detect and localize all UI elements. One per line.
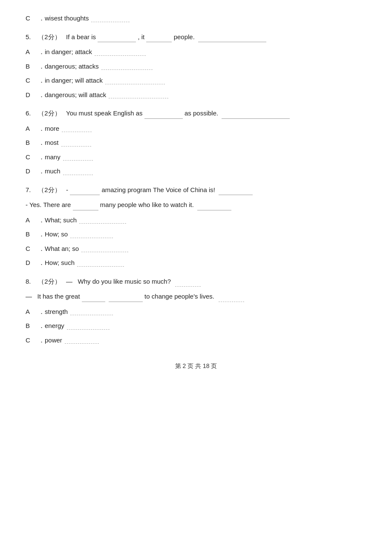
question-5-stem: 5. （2分） If a bear is , it people. bbox=[26, 32, 366, 43]
q7-option-d: D ． How; such bbox=[26, 257, 366, 268]
q7-dot-a: ． bbox=[38, 215, 45, 226]
q5-opt-b-label: B bbox=[26, 61, 38, 72]
q5-option-a: A ． in danger; attack bbox=[26, 46, 366, 58]
option-answer-box-wisest bbox=[91, 14, 130, 22]
q5-blank2[interactable] bbox=[146, 35, 172, 42]
q8-dash2: — bbox=[26, 293, 32, 300]
q7-blank2[interactable] bbox=[73, 203, 98, 210]
q5-opt-c-box bbox=[105, 77, 165, 84]
q6-answer-box bbox=[222, 111, 290, 119]
q5-option-c: C ． in danger; will attack bbox=[26, 75, 366, 86]
q5-score: （2分） bbox=[38, 33, 61, 40]
q6-option-b: B ． most bbox=[26, 137, 366, 148]
question-5: 5. （2分） If a bear is , it people. A ． in… bbox=[26, 32, 366, 101]
q6-opt-c-text: many bbox=[45, 152, 61, 163]
q6-text-before: You must speak English as bbox=[66, 109, 143, 117]
q7-line2-prefix: - Yes. There are bbox=[26, 201, 71, 208]
q6-opt-b-box bbox=[61, 139, 91, 147]
question-7-stem-line2: - Yes. There are many people who like to… bbox=[26, 199, 366, 210]
q8-dot-a: ． bbox=[38, 306, 45, 317]
q7-answer-box1 bbox=[219, 187, 253, 195]
q6-opt-d-label: D bbox=[26, 166, 38, 177]
q8-opt-c-label: C bbox=[26, 335, 38, 346]
option-text-wisest: wisest thoughts bbox=[45, 13, 89, 24]
q6-opt-d-text: much bbox=[45, 166, 61, 177]
q7-num: 7. bbox=[26, 186, 31, 193]
q7-dash1: - bbox=[66, 186, 68, 193]
q5-opt-a-box bbox=[95, 48, 146, 56]
q7-opt-c-box bbox=[81, 244, 128, 252]
q8-blank-main[interactable] bbox=[82, 294, 105, 302]
question-8: 8. （2分） — Why do you like music so much?… bbox=[26, 276, 366, 346]
q6-blank1[interactable] bbox=[144, 111, 183, 119]
q6-dot-b: ． bbox=[38, 137, 45, 148]
q7-opt-a-text: What; such bbox=[45, 215, 77, 226]
q7-opt-a-box bbox=[79, 216, 126, 224]
q5-answer-box bbox=[198, 35, 266, 42]
q6-option-c: C ． many bbox=[26, 152, 366, 163]
q5-option-b: B ． dangerous; attacks bbox=[26, 61, 366, 72]
q6-opt-d-box bbox=[63, 167, 93, 175]
q8-score: （2分） bbox=[38, 278, 61, 285]
question-8-stem-line1: 8. （2分） — Why do you like music so much? bbox=[26, 276, 366, 287]
q5-dot-b: ． bbox=[38, 61, 45, 72]
q7-opt-c-text: What an; so bbox=[45, 243, 79, 254]
q5-opt-d-label: D bbox=[26, 89, 38, 101]
q8-line2-prefix: It has the great bbox=[37, 293, 80, 300]
q8-opt-a-text: strength bbox=[45, 306, 68, 317]
q5-dot-d: ． bbox=[38, 89, 45, 101]
q7-opt-b-label: B bbox=[26, 229, 38, 240]
q6-dot-d: ． bbox=[38, 166, 45, 177]
page-footer-text: 第 2 页 共 18 页 bbox=[175, 362, 217, 369]
q8-opt-b-label: B bbox=[26, 320, 38, 331]
q5-opt-b-text: dangerous; attacks bbox=[45, 61, 99, 72]
q7-opt-c-label: C bbox=[26, 243, 38, 254]
q8-opt-b-text: energy bbox=[45, 320, 64, 331]
q6-opt-b-label: B bbox=[26, 137, 38, 148]
option-c-wisest: C ． wisest thoughts bbox=[26, 13, 366, 24]
q6-opt-a-text: more bbox=[45, 123, 59, 134]
q8-opt-b-box bbox=[67, 322, 110, 330]
q8-dot-c: ． bbox=[38, 335, 45, 346]
q8-option-c: C ． power bbox=[26, 335, 366, 346]
question-6-stem: 6. （2分） You must speak English as as pos… bbox=[26, 108, 366, 119]
q8-opt-a-box bbox=[70, 308, 113, 315]
q5-opt-c-text: in danger; will attack bbox=[45, 75, 103, 86]
q8-option-a: A ． strength bbox=[26, 306, 366, 317]
q6-dot-c: ． bbox=[38, 152, 45, 163]
q8-blank-extra[interactable] bbox=[109, 294, 143, 302]
q5-blank1[interactable] bbox=[98, 35, 136, 42]
q5-opt-a-label: A bbox=[26, 46, 38, 58]
q8-line1-text: Why do you like music so much? bbox=[78, 278, 171, 285]
q6-opt-c-box bbox=[63, 153, 93, 161]
q7-dot-b: ． bbox=[38, 229, 45, 240]
q7-opt-d-label: D bbox=[26, 257, 38, 268]
q7-option-c: C ． What an; so bbox=[26, 243, 366, 254]
q7-answer-box2 bbox=[197, 203, 231, 210]
q8-line2-after: to change people's lives. bbox=[144, 293, 214, 300]
q7-opt-d-box bbox=[77, 259, 124, 267]
q6-text-after: as possible. bbox=[184, 109, 218, 117]
q6-opt-c-label: C bbox=[26, 152, 38, 163]
q5-text-mid: , it bbox=[138, 33, 144, 40]
q5-num: 5. bbox=[26, 33, 31, 40]
q6-option-a: A ． more bbox=[26, 123, 366, 134]
question-8-stem-line2: — It has the great to change people's li… bbox=[26, 291, 366, 302]
q6-opt-b-text: most bbox=[45, 137, 59, 148]
q5-opt-d-text: dangerous; will attack bbox=[45, 89, 106, 101]
q7-option-a: A ． What; such bbox=[26, 215, 366, 226]
q7-line2-after: many people who like to watch it. bbox=[100, 201, 194, 208]
q8-dot-b: ． bbox=[38, 320, 45, 331]
q5-opt-a-text: in danger; attack bbox=[45, 46, 92, 58]
q5-dot-c: ． bbox=[38, 75, 45, 86]
q5-text-before: If a bear is bbox=[66, 33, 96, 40]
q5-opt-c-label: C bbox=[26, 75, 38, 86]
q8-opt-c-box bbox=[65, 336, 99, 344]
q6-dot-a: ． bbox=[38, 123, 45, 134]
question-6: 6. （2分） You must speak English as as pos… bbox=[26, 108, 366, 177]
q8-opt-a-label: A bbox=[26, 306, 38, 317]
q6-opt-a-box bbox=[62, 124, 92, 132]
q7-blank1[interactable] bbox=[70, 187, 100, 195]
question-7: 7. （2分） - amazing program The Voice of C… bbox=[26, 184, 366, 268]
option-label-c: C bbox=[26, 13, 38, 24]
